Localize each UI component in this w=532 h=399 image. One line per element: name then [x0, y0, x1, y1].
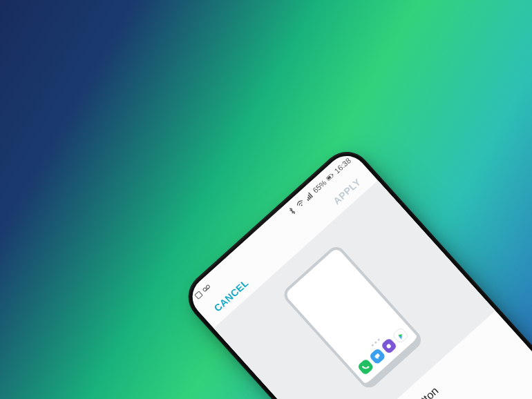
signal-icon: [303, 191, 314, 202]
playstore-app-icon: [392, 327, 409, 344]
bluetooth-icon: [287, 205, 298, 217]
browser-app-icon: [380, 338, 397, 355]
svg-point-13: [386, 343, 392, 349]
homescreen-preview: [281, 243, 425, 391]
svg-rect-11: [327, 175, 332, 179]
messages-app-icon: [368, 348, 386, 365]
device-frame: 65% 16:38 CANCEL APPLY: [178, 142, 532, 399]
svg-rect-12: [374, 353, 380, 359]
wifi-icon: [295, 197, 307, 209]
screen: 65% 16:38 CANCEL APPLY: [184, 148, 532, 399]
phone-app-icon: [357, 358, 374, 376]
svg-rect-0: [195, 291, 202, 299]
svg-point-4: [301, 204, 303, 206]
svg-rect-5: [307, 199, 310, 201]
battery-icon: [325, 171, 336, 182]
background: 65% 16:38 CANCEL APPLY: [0, 0, 532, 399]
